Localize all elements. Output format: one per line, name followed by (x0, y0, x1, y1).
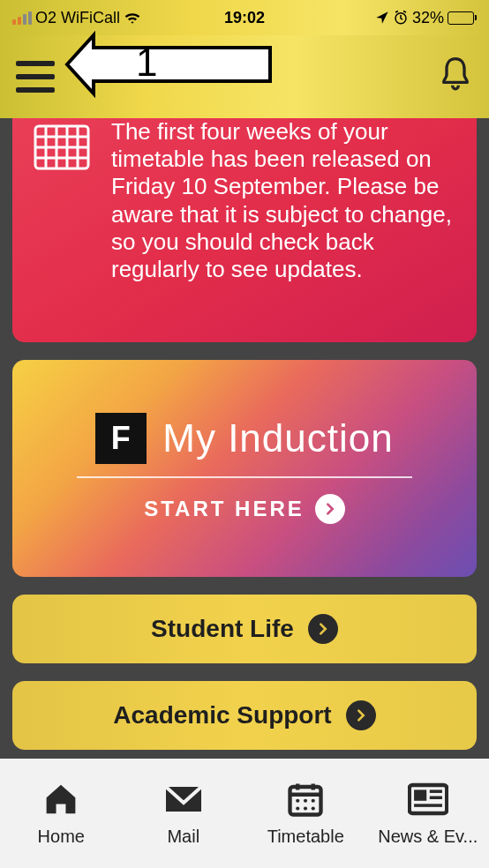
alarm-icon (393, 10, 409, 26)
status-right: 32% (375, 9, 477, 27)
top-nav (0, 35, 489, 118)
nav-timetable-label: Timetable (267, 827, 344, 847)
svg-point-15 (312, 798, 315, 802)
my-induction-card[interactable]: F My Induction START HERE (12, 360, 477, 577)
induction-start-row: START HERE (144, 494, 345, 524)
induction-title-row: F My Induction (95, 413, 393, 464)
student-life-label: Student Life (151, 615, 294, 643)
induction-title: My Induction (162, 416, 393, 460)
nav-home[interactable]: Home (0, 759, 123, 868)
nav-news-label: News & Ev... (378, 827, 478, 847)
nav-mail-label: Mail (167, 827, 199, 847)
nav-timetable[interactable]: Timetable (244, 759, 367, 868)
student-life-card[interactable]: Student Life (12, 595, 477, 663)
svg-point-14 (304, 798, 307, 802)
status-bar: O2 WiFiCall 19:02 32% (0, 0, 489, 35)
content-area: The first four weeks of your timetable h… (0, 118, 489, 759)
svg-point-18 (312, 806, 315, 810)
nav-news[interactable]: News & Ev... (367, 759, 490, 868)
nav-mail[interactable]: Mail (123, 759, 245, 868)
status-left: O2 WiFiCall (12, 9, 141, 27)
svg-point-13 (296, 798, 299, 802)
signal-icon (12, 11, 32, 25)
bottom-nav: Home Mail Timetable (0, 759, 489, 868)
svg-point-17 (304, 806, 307, 810)
mail-icon (162, 783, 205, 815)
status-time: 19:02 (224, 9, 265, 27)
induction-badge: F (95, 413, 147, 464)
chevron-right-icon (315, 494, 345, 524)
location-icon (375, 11, 389, 25)
notifications-button[interactable] (438, 56, 473, 98)
academic-support-card[interactable]: Academic Support (12, 681, 477, 750)
wifi-icon (124, 11, 141, 25)
chevron-right-icon (308, 614, 338, 644)
svg-rect-20 (414, 789, 426, 800)
calendar-icon (287, 781, 324, 818)
battery-pct: 32% (412, 9, 444, 27)
bell-icon (438, 56, 473, 94)
induction-cta: START HERE (144, 497, 305, 521)
carrier-label: O2 WiFiCall (35, 9, 120, 27)
news-icon (408, 782, 448, 816)
menu-button[interactable] (16, 61, 55, 93)
chevron-right-icon (346, 700, 376, 730)
nav-home-label: Home (38, 827, 85, 847)
calendar-grid-icon (34, 118, 104, 321)
battery-icon (448, 11, 477, 25)
academic-support-label: Academic Support (113, 701, 331, 730)
home-icon (41, 782, 80, 817)
induction-divider (77, 476, 412, 478)
timetable-notice-text: The first four weeks of your timetable h… (104, 118, 455, 321)
timetable-notice-card[interactable]: The first four weeks of your timetable h… (12, 118, 477, 342)
svg-point-16 (296, 806, 299, 810)
